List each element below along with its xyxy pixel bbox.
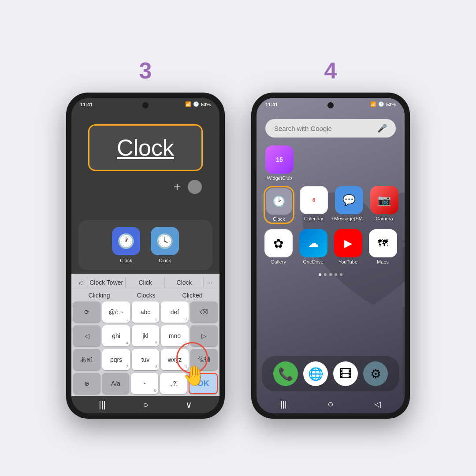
phone-dock-icon[interactable]: 📞 xyxy=(273,361,298,386)
suggestion-click[interactable]: Click xyxy=(126,277,164,288)
key-pqrs[interactable]: pqrs7 xyxy=(102,349,130,370)
key-tuv-label: tuv xyxy=(141,356,150,363)
key-ghi[interactable]: ghi4 xyxy=(102,325,130,346)
battery-4: 53% xyxy=(386,102,396,107)
camera-icon: 📷 xyxy=(370,186,398,214)
onedrive-emoji: ☁ xyxy=(308,237,319,249)
key-refresh[interactable]: ⟳ xyxy=(73,301,100,323)
name-edit-area: Clock + xyxy=(71,98,219,220)
photos-dock-icon[interactable]: 🎞 xyxy=(333,361,358,386)
phone-3-screen: 11:41 📶 🕐 53% Clock + xyxy=(71,98,219,413)
key-case[interactable]: A/a xyxy=(102,373,130,394)
add-button[interactable]: + xyxy=(174,180,181,194)
sugg-clicking[interactable]: Clicking xyxy=(85,291,114,300)
app-row-3: ✿ Gallery ☁ OneDrive xyxy=(264,229,398,264)
widgetclub-label: WidgetClub xyxy=(267,175,292,181)
home-screen: 11:41 📶 🕐 53% Search with Google 🎤 xyxy=(257,98,405,413)
gallery-label: Gallery xyxy=(271,259,286,264)
search-bar[interactable]: Search with Google 🎤 xyxy=(265,119,396,138)
gallery-icon: ✿ xyxy=(264,229,293,257)
circle-button[interactable] xyxy=(188,180,202,194)
hand-cursor-area: 🤚 xyxy=(182,364,206,387)
nav-menu-icon[interactable]: ||| xyxy=(99,400,106,410)
phone-3: 11:41 📶 🕐 53% Clock + xyxy=(66,93,225,419)
clock-emoji: 🕑 xyxy=(272,195,286,208)
clock-icon-2: 🕓 xyxy=(151,227,179,255)
clock-home-label: Clock xyxy=(273,216,285,222)
plusmsg-emoji: 💬 xyxy=(342,194,356,206)
key-jkl[interactable]: jkl5 xyxy=(132,325,159,346)
onedrive-label: OneDrive xyxy=(303,259,323,264)
step-3: 3 11:41 📶 🕐 53% Clock xyxy=(66,57,225,419)
app-row-2: 🕑 Clock 6 Calendar xyxy=(264,186,398,224)
key-8-sub: 8 xyxy=(155,364,157,369)
search-text[interactable]: Search with Google xyxy=(274,125,332,132)
name-input-box[interactable]: Clock xyxy=(88,124,203,171)
key-def-label: def xyxy=(171,309,179,316)
key-pqrs-label: pqrs xyxy=(110,356,122,363)
dot-5 xyxy=(340,273,342,276)
hand-pointer-icon: 🤚 xyxy=(182,364,206,387)
camera-label: Camera xyxy=(376,216,393,221)
nav-back-icon[interactable]: ∨ xyxy=(186,399,192,410)
page-dots xyxy=(264,270,398,279)
key-dash-label: - xyxy=(144,380,146,387)
key-4-sub: 4 xyxy=(126,341,128,345)
nav-home-4[interactable]: ○ xyxy=(327,398,333,410)
gallery-app[interactable]: ✿ Gallery xyxy=(264,229,293,264)
key-0-sub: 0 xyxy=(154,388,156,393)
plusmsg-app[interactable]: 💬 +Message(SM... xyxy=(333,186,365,224)
key-case-label: A/a xyxy=(111,380,120,387)
photos-emoji: 🎞 xyxy=(339,367,352,381)
sugg-clicked[interactable]: Clicked xyxy=(179,291,206,300)
camera-emoji: 📷 xyxy=(378,194,391,206)
dot-2 xyxy=(324,273,327,276)
youtube-emoji: ▶ xyxy=(344,237,352,249)
key-symbols[interactable]: @/:.~1 xyxy=(102,301,130,323)
suggestion-clock-tower[interactable]: Clock Tower xyxy=(87,277,126,288)
nav-back-4[interactable]: ◁ xyxy=(375,399,381,409)
nav-home-icon[interactable]: ○ xyxy=(143,400,148,410)
key-dash[interactable]: -0 xyxy=(131,373,158,394)
key-mno[interactable]: mno6 xyxy=(161,325,188,346)
nav-menu-4[interactable]: ||| xyxy=(280,400,286,409)
key-a1[interactable]: あa1 xyxy=(73,349,100,370)
maps-app[interactable]: 🗺 Maps xyxy=(368,229,398,264)
plusmsg-label: +Message(SM... xyxy=(331,216,367,221)
suggestion-clock[interactable]: Clock xyxy=(165,277,204,288)
status-time-3: 11:41 xyxy=(80,102,93,107)
key-3-sub: 3 xyxy=(185,317,187,321)
backspace-icon: ⌫ xyxy=(200,309,208,316)
clock-app-1[interactable]: 🕐 Clock xyxy=(112,227,140,263)
settings-dock-icon[interactable]: ⚙ xyxy=(363,361,388,386)
mic-icon[interactable]: 🎤 xyxy=(377,123,387,133)
chrome-dock-icon[interactable]: 🌐 xyxy=(303,361,328,386)
sugg-clocks[interactable]: Clocks xyxy=(134,291,159,300)
globe-icon: ⊕ xyxy=(84,380,89,387)
main-container: 3 11:41 📶 🕐 53% Clock xyxy=(0,40,476,436)
key-def[interactable]: def3 xyxy=(161,301,188,323)
phone-4: 11:41 📶 🕐 53% Search with Google 🎤 xyxy=(251,93,410,419)
key-1-sub: 1 xyxy=(126,317,128,321)
key-globe[interactable]: ⊕ xyxy=(73,373,100,394)
key-7-sub: 7 xyxy=(126,364,128,369)
app-row-1: 15 WidgetClub xyxy=(264,145,398,181)
key-left[interactable]: ◁ xyxy=(73,325,100,346)
calendar-app[interactable]: 6 Calendar xyxy=(300,186,328,224)
widgetclub-app[interactable]: 15 WidgetClub xyxy=(264,145,295,181)
suggestion-more-icon[interactable]: ··· xyxy=(204,277,216,288)
suggestion-back-icon[interactable]: ◁ xyxy=(75,277,87,288)
camera-app[interactable]: 📷 Camera xyxy=(370,186,398,224)
battery-3: 53% xyxy=(201,102,211,107)
clock-home-app[interactable]: 🕑 Clock xyxy=(264,186,294,224)
key-backspace[interactable]: ⌫ xyxy=(190,301,218,323)
youtube-app[interactable]: ▶ YouTube xyxy=(333,229,363,264)
name-input-text[interactable]: Clock xyxy=(117,135,174,160)
clock-app-2[interactable]: 🕓 Clock xyxy=(151,227,179,263)
key-tuv[interactable]: tuv8 xyxy=(132,349,159,370)
calendar-icon: 6 xyxy=(300,186,328,214)
onedrive-app[interactable]: ☁ OneDrive xyxy=(298,229,328,264)
key-abc[interactable]: abc2 xyxy=(132,301,159,323)
step-4-number: 4 xyxy=(324,57,337,84)
bottom-nav-4: ||| ○ ◁ xyxy=(257,395,405,413)
